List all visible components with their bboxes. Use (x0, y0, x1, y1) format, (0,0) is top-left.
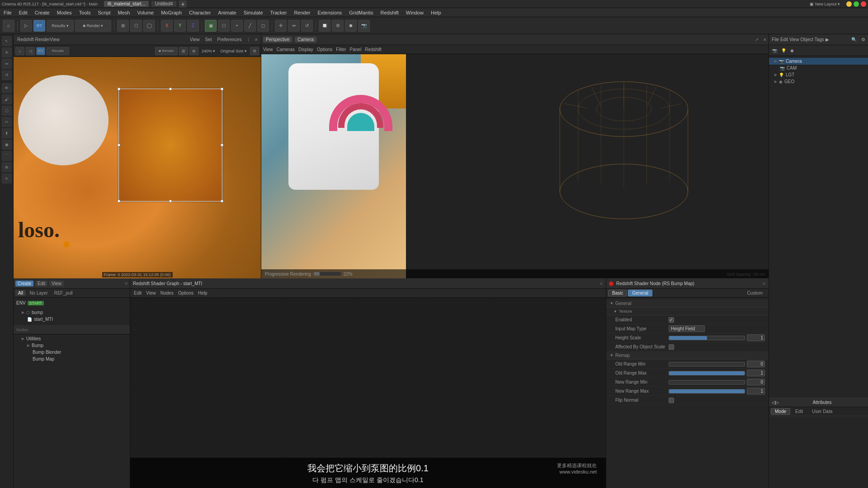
tool-paint[interactable]: 🖌 (2, 94, 12, 104)
tree-item-geo[interactable]: ▶ ◉ GEO (769, 78, 868, 85)
tool-rotate[interactable]: ↺ (2, 70, 12, 80)
tree-item-camera-root[interactable]: ▶ 📷 Camera (769, 58, 868, 65)
tool-polygon[interactable]: ⬡ (2, 106, 12, 116)
sm-tab-refpull[interactable]: REF_pull (52, 290, 75, 296)
persp-close-btn[interactable]: ✕ (763, 38, 767, 42)
tab-2[interactable]: Untitled4 (151, 1, 176, 7)
rv-view-menu[interactable]: View (189, 37, 201, 42)
attr-nav-back[interactable]: ◁ (772, 400, 775, 405)
close-button[interactable] (861, 1, 866, 7)
handle-bottom-left[interactable] (118, 200, 120, 202)
toolbar-model-mode[interactable]: ▣ (205, 20, 217, 32)
persp-menu-view[interactable]: View (263, 47, 273, 52)
persp-camera-label[interactable]: Camera (295, 37, 316, 42)
menu-mograph[interactable]: MoGraph (160, 10, 183, 15)
prop-ormax-track[interactable] (669, 371, 745, 375)
menu-volume[interactable]: Volume (136, 10, 155, 15)
prop-fn-checkbox[interactable] (669, 398, 674, 403)
tool-move[interactable]: ✛ (2, 47, 12, 57)
menu-help[interactable]: Help (430, 10, 442, 15)
menu-character[interactable]: Character (188, 10, 212, 15)
tab-active[interactable]: t6_material_start... (104, 1, 149, 7)
prop-section-general[interactable]: ▼ General (606, 300, 769, 308)
maximize-button[interactable] (854, 1, 859, 7)
sm-tab-all[interactable]: All (15, 290, 26, 296)
rp-cam-icon[interactable]: 📷 (771, 48, 778, 53)
toolbar-render-region[interactable]: ■ Render ▾ (75, 20, 111, 32)
attr-nav-fwd[interactable]: ▷ (775, 400, 779, 405)
persp-view-label[interactable]: Perspective (263, 37, 292, 42)
rv-render-btn[interactable]: ■ Render (155, 47, 178, 55)
sm-tree-item-bump[interactable]: ▶ ⬡ bump (16, 309, 127, 316)
tool-select[interactable]: ↖ (2, 36, 12, 46)
rv-size-btn[interactable]: Original Size ▾ (218, 49, 249, 53)
rv-close-x[interactable]: ✕ (255, 38, 258, 42)
prop-abs-checkbox[interactable] (669, 344, 674, 350)
menu-redshift[interactable]: Redshift (379, 10, 399, 15)
rv-home-btn[interactable]: ⌂ (15, 47, 24, 55)
shader-graph-canvas[interactable]: RS Mason Noise Out Color RS Material (130, 298, 606, 488)
menu-file[interactable]: File (3, 10, 13, 15)
toolbar-axis-y[interactable]: Y (174, 20, 186, 32)
tool-knife[interactable]: ✂ (2, 117, 12, 127)
sm-node-bump-blender[interactable]: Bump Blender (16, 349, 127, 356)
persp-menu-options[interactable]: Options (317, 47, 332, 52)
toolbar-home[interactable]: ⌂ (3, 20, 14, 32)
br-tab-basic[interactable]: Basic (608, 290, 627, 296)
sg-menu-view[interactable]: View (144, 291, 158, 296)
br-tab-general[interactable]: General (628, 290, 652, 296)
menu-mesh[interactable]: Mesh (117, 10, 131, 15)
prop-imt-select[interactable]: Height Field (669, 325, 705, 332)
toolbar-edge-mode[interactable]: ╱ (244, 20, 256, 32)
sm-create-btn[interactable]: Create (15, 281, 33, 286)
attr-tab-mode[interactable]: Mode (771, 408, 790, 415)
rs-node-close[interactable]: ✕ (762, 282, 766, 286)
sm-tree-item-startmti[interactable]: 📄 start_MTI (16, 316, 127, 323)
prop-nrmax-input[interactable]: 1 (747, 388, 765, 394)
persp-canvas[interactable]: Grid Spacing : 50 cm Progressive Renderi… (261, 54, 769, 278)
rv-preferences-menu[interactable]: Preferences (216, 37, 242, 42)
toolbar-camera-tools[interactable]: 📷 (358, 20, 370, 32)
tool-scale[interactable]: ⇔ (2, 59, 12, 69)
handle-bottom-center[interactable] (169, 200, 172, 202)
attr-tab-userdata[interactable]: User Data (808, 408, 836, 415)
toolbar-settings[interactable]: ⚙ (332, 20, 344, 32)
prop-hs-input[interactable]: 1 (747, 334, 765, 341)
sm-node-utilities[interactable]: ▶ Utilities (16, 335, 127, 342)
rv-zoom-btn[interactable]: ⊕ (189, 47, 198, 55)
tool-bend[interactable]: ⌒ (2, 151, 12, 161)
tool-extra[interactable]: ⊕ (2, 162, 12, 172)
tree-item-lgt[interactable]: ▶ 💡 LGT (769, 71, 868, 78)
attr-tab-edit[interactable]: Edit (791, 408, 807, 415)
sm-node-bump-parent[interactable]: ▶ Bump (16, 342, 127, 349)
prop-orm-track[interactable] (669, 362, 745, 366)
handle-top-center[interactable] (169, 88, 172, 90)
menu-edit[interactable]: Edit (18, 10, 28, 15)
sg-menu-edit[interactable]: Edit (132, 291, 143, 296)
menu-modes[interactable]: Modes (56, 10, 73, 15)
persp-menu-panel[interactable]: Panel (350, 47, 362, 52)
render-canvas[interactable]: loso. (14, 57, 261, 278)
prop-hs-track[interactable] (669, 336, 745, 340)
toolbar-smooth[interactable]: ◯ (143, 20, 155, 32)
toolbar-rotate[interactable]: ↺ (301, 20, 313, 32)
persp-expand-btn[interactable]: ↗ (755, 38, 759, 42)
rv-set-menu[interactable]: Set (204, 37, 212, 42)
menu-gridmantis[interactable]: GridMantis (348, 10, 374, 15)
sm-close-btn[interactable]: ✕ (124, 281, 128, 286)
rv-settings-btn[interactable]: ⚙ (250, 47, 259, 55)
menu-create[interactable]: Create (34, 10, 51, 15)
toolbar-axis-z[interactable]: Z (187, 20, 199, 32)
selection-rectangle[interactable] (118, 89, 222, 202)
handle-middle-right[interactable] (221, 144, 223, 146)
prop-nrm-input[interactable]: 0 (747, 379, 765, 385)
toolbar-play[interactable]: ▷ (20, 20, 32, 32)
toolbar-record[interactable]: ⏺ (345, 20, 357, 32)
toolbar-rt[interactable]: RT (33, 20, 45, 32)
tool-extrude[interactable]: ⬆ (2, 128, 12, 138)
rv-rt-btn[interactable]: RT (36, 47, 45, 55)
persp-menu-cameras[interactable]: Cameras (277, 47, 295, 52)
sm-tab-nolayer[interactable]: No Layer (27, 290, 51, 296)
br-tab-custom[interactable]: Custom (743, 290, 767, 296)
menu-window[interactable]: Window (405, 10, 425, 15)
